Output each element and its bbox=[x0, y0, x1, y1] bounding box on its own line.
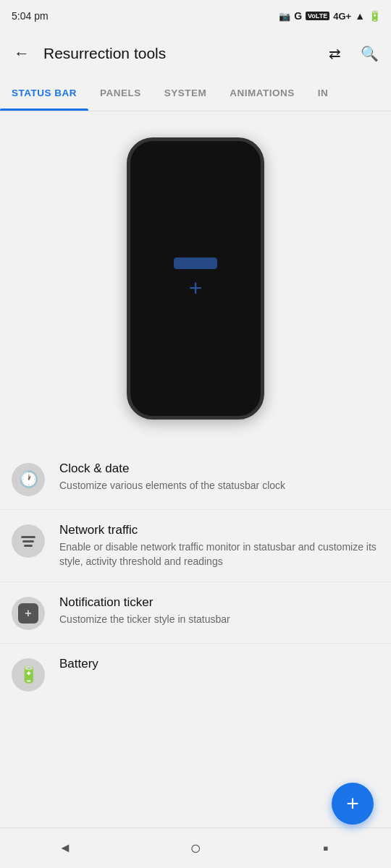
network-traffic-text: Network traffic Enable or disable networ… bbox=[59, 523, 377, 569]
nav-recents-icon: ▪ bbox=[323, 839, 329, 858]
tab-system[interactable]: SYSTEM bbox=[153, 75, 219, 111]
nav-recents-button[interactable]: ▪ bbox=[297, 828, 355, 868]
list-item[interactable]: 🔋 Battery bbox=[0, 644, 391, 705]
status-icons: 📷 G VoLTE 4G+ ▲ 🔋 bbox=[279, 10, 381, 22]
battery-text: Battery bbox=[59, 657, 377, 674]
settings-list: 🕐 Clock & date Customize various element… bbox=[0, 448, 391, 777]
fab-button[interactable]: + bbox=[332, 783, 374, 825]
bottom-nav: ◄ ○ ▪ bbox=[0, 827, 391, 868]
network-line-3 bbox=[24, 545, 33, 547]
nav-home-icon: ○ bbox=[190, 837, 201, 859]
app-bar: ← Resurrection tools ⇄ 🔍 bbox=[0, 32, 391, 75]
notification-ticker-icon: + bbox=[12, 597, 45, 630]
network-traffic-desc: Enable or disable network traffic monito… bbox=[59, 540, 377, 569]
volte-badge: VoLTE bbox=[306, 12, 329, 20]
app-bar-actions: ⇄ 🔍 bbox=[319, 38, 385, 69]
list-item[interactable]: Network traffic Enable or disable networ… bbox=[0, 510, 391, 582]
tab-more[interactable]: IN bbox=[306, 75, 340, 111]
phone-inner: + bbox=[174, 258, 217, 299]
search-icon: 🔍 bbox=[361, 45, 379, 62]
signal-icon: ▲ bbox=[355, 10, 365, 22]
back-button[interactable]: ← bbox=[6, 38, 38, 69]
fab-add-icon: + bbox=[346, 793, 359, 814]
back-icon: ← bbox=[14, 44, 30, 63]
status-bar-preview bbox=[174, 258, 217, 269]
clock-date-desc: Customize various elements of the status… bbox=[59, 479, 377, 493]
battery-setting-icon: 🔋 bbox=[12, 658, 45, 692]
status-time: 5:04 pm bbox=[12, 10, 49, 22]
clock-date-text: Clock & date Customize various elements … bbox=[59, 461, 377, 493]
g-icon: G bbox=[294, 10, 302, 22]
network-line-1 bbox=[21, 536, 35, 538]
phone-preview: + bbox=[127, 137, 264, 420]
search-button[interactable]: 🔍 bbox=[353, 38, 385, 69]
notif-plus-icon: + bbox=[25, 608, 31, 619]
network-type: 4G+ bbox=[333, 11, 351, 22]
status-bar: 5:04 pm 📷 G VoLTE 4G+ ▲ 🔋 bbox=[0, 0, 391, 32]
list-item[interactable]: + Notification ticker Customize the tick… bbox=[0, 582, 391, 644]
network-traffic-title: Network traffic bbox=[59, 523, 377, 537]
preview-area: + bbox=[0, 111, 391, 448]
add-preview-icon: + bbox=[189, 276, 203, 299]
clock-date-title: Clock & date bbox=[59, 461, 377, 476]
nav-back-button[interactable]: ◄ bbox=[36, 828, 94, 868]
camera-icon: 📷 bbox=[279, 11, 290, 22]
switch-icon: ⇄ bbox=[329, 45, 341, 62]
tab-panels[interactable]: PANELS bbox=[88, 75, 153, 111]
nav-home-button[interactable]: ○ bbox=[167, 828, 224, 868]
network-traffic-icon bbox=[12, 524, 45, 558]
list-item[interactable]: 🕐 Clock & date Customize various element… bbox=[0, 448, 391, 510]
notification-ticker-text: Notification ticker Customize the ticker… bbox=[59, 595, 377, 627]
battery-icon: 🔋 bbox=[369, 10, 381, 22]
phone-notch bbox=[174, 141, 217, 153]
tab-status-bar[interactable]: STATUS BAR bbox=[0, 75, 88, 111]
battery-title: Battery bbox=[59, 657, 377, 671]
notification-ticker-title: Notification ticker bbox=[59, 595, 377, 610]
tab-bar: STATUS BAR PANELS SYSTEM ANIMATIONS IN bbox=[0, 75, 391, 111]
nav-back-icon: ◄ bbox=[59, 841, 72, 856]
network-line-2 bbox=[22, 540, 34, 542]
switch-view-button[interactable]: ⇄ bbox=[319, 38, 350, 69]
tab-animations[interactable]: ANIMATIONS bbox=[218, 75, 306, 111]
notification-ticker-desc: Customize the ticker style in statusbar bbox=[59, 613, 377, 627]
page-title: Resurrection tools bbox=[43, 45, 313, 62]
clock-icon: 🕐 bbox=[12, 463, 45, 496]
